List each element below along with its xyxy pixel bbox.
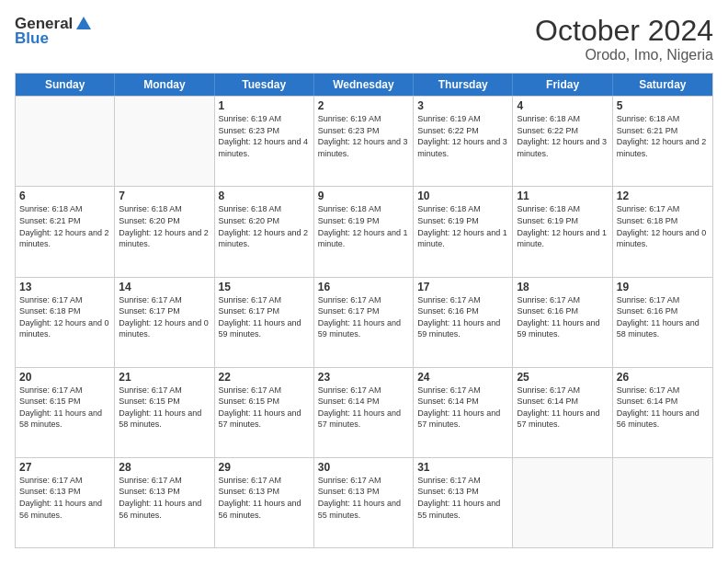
day-number: 28 bbox=[119, 461, 210, 474]
calendar-cell-17: 17Sunrise: 6:17 AM Sunset: 6:16 PM Dayli… bbox=[414, 278, 513, 367]
day-info: Sunrise: 6:17 AM Sunset: 6:16 PM Dayligh… bbox=[517, 294, 608, 340]
day-number: 9 bbox=[318, 190, 409, 202]
day-info: Sunrise: 6:17 AM Sunset: 6:15 PM Dayligh… bbox=[219, 385, 310, 431]
day-number: 27 bbox=[19, 461, 110, 474]
location-title: Orodo, Imo, Nigeria bbox=[535, 47, 713, 63]
calendar-cell-22: 22Sunrise: 6:17 AM Sunset: 6:15 PM Dayli… bbox=[215, 368, 314, 457]
day-number: 29 bbox=[219, 461, 310, 474]
calendar-cell-27: 27Sunrise: 6:17 AM Sunset: 6:13 PM Dayli… bbox=[16, 458, 115, 547]
day-info: Sunrise: 6:18 AM Sunset: 6:19 PM Dayligh… bbox=[517, 203, 608, 249]
svg-marker-0 bbox=[76, 17, 91, 29]
title-section: October 2024 Orodo, Imo, Nigeria bbox=[535, 15, 713, 63]
day-info: Sunrise: 6:17 AM Sunset: 6:17 PM Dayligh… bbox=[318, 294, 409, 340]
day-info: Sunrise: 6:17 AM Sunset: 6:15 PM Dayligh… bbox=[19, 385, 110, 431]
logo-icon bbox=[74, 15, 93, 33]
day-info: Sunrise: 6:18 AM Sunset: 6:20 PM Dayligh… bbox=[219, 203, 310, 249]
calendar-cell-21: 21Sunrise: 6:17 AM Sunset: 6:15 PM Dayli… bbox=[115, 368, 214, 457]
calendar-cell-empty-6 bbox=[613, 458, 712, 547]
day-info: Sunrise: 6:17 AM Sunset: 6:13 PM Dayligh… bbox=[19, 475, 110, 521]
day-info: Sunrise: 6:19 AM Sunset: 6:23 PM Dayligh… bbox=[219, 113, 310, 159]
week-row-1: 6Sunrise: 6:18 AM Sunset: 6:21 PM Daylig… bbox=[16, 186, 712, 276]
week-row-3: 20Sunrise: 6:17 AM Sunset: 6:15 PM Dayli… bbox=[16, 367, 712, 457]
calendar-header: SundayMondayTuesdayWednesdayThursdayFrid… bbox=[16, 74, 712, 96]
day-info: Sunrise: 6:17 AM Sunset: 6:14 PM Dayligh… bbox=[517, 385, 608, 431]
calendar-cell-29: 29Sunrise: 6:17 AM Sunset: 6:13 PM Dayli… bbox=[215, 458, 314, 547]
day-info: Sunrise: 6:17 AM Sunset: 6:16 PM Dayligh… bbox=[617, 294, 709, 340]
day-number: 1 bbox=[219, 99, 310, 112]
calendar-cell-3: 3Sunrise: 6:19 AM Sunset: 6:22 PM Daylig… bbox=[414, 97, 513, 186]
day-number: 18 bbox=[517, 281, 608, 293]
day-info: Sunrise: 6:17 AM Sunset: 6:13 PM Dayligh… bbox=[119, 475, 210, 521]
day-number: 31 bbox=[417, 461, 508, 474]
day-number: 24 bbox=[417, 371, 508, 384]
day-info: Sunrise: 6:17 AM Sunset: 6:18 PM Dayligh… bbox=[19, 294, 110, 340]
page: General Blue October 2024 Orodo, Imo, Ni… bbox=[0, 0, 728, 563]
week-row-4: 27Sunrise: 6:17 AM Sunset: 6:13 PM Dayli… bbox=[16, 457, 712, 547]
calendar-cell-20: 20Sunrise: 6:17 AM Sunset: 6:15 PM Dayli… bbox=[16, 368, 115, 457]
day-number: 23 bbox=[318, 371, 409, 384]
day-info: Sunrise: 6:18 AM Sunset: 6:21 PM Dayligh… bbox=[19, 203, 110, 249]
calendar-cell-14: 14Sunrise: 6:17 AM Sunset: 6:17 PM Dayli… bbox=[115, 278, 214, 367]
calendar-cell-13: 13Sunrise: 6:17 AM Sunset: 6:18 PM Dayli… bbox=[16, 278, 115, 367]
calendar-cell-10: 10Sunrise: 6:18 AM Sunset: 6:19 PM Dayli… bbox=[414, 187, 513, 276]
header-cell-tuesday: Tuesday bbox=[215, 74, 314, 96]
calendar-cell-4: 4Sunrise: 6:18 AM Sunset: 6:22 PM Daylig… bbox=[513, 97, 612, 186]
calendar-cell-26: 26Sunrise: 6:17 AM Sunset: 6:14 PM Dayli… bbox=[613, 368, 712, 457]
day-number: 15 bbox=[219, 281, 310, 293]
day-info: Sunrise: 6:17 AM Sunset: 6:17 PM Dayligh… bbox=[219, 294, 310, 340]
day-info: Sunrise: 6:19 AM Sunset: 6:23 PM Dayligh… bbox=[318, 113, 409, 159]
day-number: 14 bbox=[119, 281, 210, 293]
logo-blue: Blue bbox=[15, 29, 49, 48]
calendar-cell-9: 9Sunrise: 6:18 AM Sunset: 6:19 PM Daylig… bbox=[314, 187, 414, 276]
header-cell-wednesday: Wednesday bbox=[314, 74, 414, 96]
day-info: Sunrise: 6:17 AM Sunset: 6:14 PM Dayligh… bbox=[617, 385, 709, 431]
day-info: Sunrise: 6:17 AM Sunset: 6:13 PM Dayligh… bbox=[219, 475, 310, 521]
day-info: Sunrise: 6:18 AM Sunset: 6:21 PM Dayligh… bbox=[617, 113, 709, 159]
day-number: 7 bbox=[119, 190, 210, 202]
calendar-cell-12: 12Sunrise: 6:17 AM Sunset: 6:18 PM Dayli… bbox=[613, 187, 712, 276]
calendar: SundayMondayTuesdayWednesdayThursdayFrid… bbox=[15, 73, 713, 548]
day-number: 25 bbox=[517, 371, 608, 384]
day-info: Sunrise: 6:18 AM Sunset: 6:22 PM Dayligh… bbox=[517, 113, 608, 159]
calendar-cell-19: 19Sunrise: 6:17 AM Sunset: 6:16 PM Dayli… bbox=[613, 278, 712, 367]
calendar-cell-16: 16Sunrise: 6:17 AM Sunset: 6:17 PM Dayli… bbox=[314, 278, 414, 367]
day-number: 20 bbox=[19, 371, 110, 384]
day-number: 12 bbox=[617, 190, 709, 202]
day-number: 21 bbox=[119, 371, 210, 384]
week-row-2: 13Sunrise: 6:17 AM Sunset: 6:18 PM Dayli… bbox=[16, 277, 712, 367]
day-number: 2 bbox=[318, 99, 409, 112]
day-info: Sunrise: 6:18 AM Sunset: 6:20 PM Dayligh… bbox=[119, 203, 210, 249]
day-info: Sunrise: 6:17 AM Sunset: 6:15 PM Dayligh… bbox=[119, 385, 210, 431]
logo: General Blue bbox=[15, 15, 93, 48]
day-info: Sunrise: 6:17 AM Sunset: 6:16 PM Dayligh… bbox=[417, 294, 508, 340]
day-number: 11 bbox=[517, 190, 608, 202]
day-info: Sunrise: 6:19 AM Sunset: 6:22 PM Dayligh… bbox=[417, 113, 508, 159]
calendar-cell-empty-1 bbox=[115, 97, 214, 186]
day-number: 30 bbox=[318, 461, 409, 474]
calendar-cell-5: 5Sunrise: 6:18 AM Sunset: 6:21 PM Daylig… bbox=[613, 97, 712, 186]
day-number: 26 bbox=[617, 371, 709, 384]
week-row-0: 1Sunrise: 6:19 AM Sunset: 6:23 PM Daylig… bbox=[16, 96, 712, 186]
calendar-cell-11: 11Sunrise: 6:18 AM Sunset: 6:19 PM Dayli… bbox=[513, 187, 612, 276]
header-cell-monday: Monday bbox=[115, 74, 214, 96]
calendar-cell-28: 28Sunrise: 6:17 AM Sunset: 6:13 PM Dayli… bbox=[115, 458, 214, 547]
day-info: Sunrise: 6:17 AM Sunset: 6:14 PM Dayligh… bbox=[318, 385, 409, 431]
day-number: 3 bbox=[417, 99, 508, 112]
calendar-cell-23: 23Sunrise: 6:17 AM Sunset: 6:14 PM Dayli… bbox=[314, 368, 414, 457]
day-info: Sunrise: 6:17 AM Sunset: 6:18 PM Dayligh… bbox=[617, 203, 709, 249]
calendar-cell-25: 25Sunrise: 6:17 AM Sunset: 6:14 PM Dayli… bbox=[513, 368, 612, 457]
calendar-cell-2: 2Sunrise: 6:19 AM Sunset: 6:23 PM Daylig… bbox=[314, 97, 414, 186]
calendar-cell-7: 7Sunrise: 6:18 AM Sunset: 6:20 PM Daylig… bbox=[115, 187, 214, 276]
day-info: Sunrise: 6:17 AM Sunset: 6:14 PM Dayligh… bbox=[417, 385, 508, 431]
calendar-cell-24: 24Sunrise: 6:17 AM Sunset: 6:14 PM Dayli… bbox=[414, 368, 513, 457]
calendar-cell-empty-0 bbox=[16, 97, 115, 186]
calendar-cell-31: 31Sunrise: 6:17 AM Sunset: 6:13 PM Dayli… bbox=[414, 458, 513, 547]
day-number: 16 bbox=[318, 281, 409, 293]
header-cell-thursday: Thursday bbox=[414, 74, 513, 96]
header-cell-friday: Friday bbox=[513, 74, 612, 96]
month-title: October 2024 bbox=[535, 15, 713, 47]
calendar-cell-1: 1Sunrise: 6:19 AM Sunset: 6:23 PM Daylig… bbox=[215, 97, 314, 186]
calendar-cell-18: 18Sunrise: 6:17 AM Sunset: 6:16 PM Dayli… bbox=[513, 278, 612, 367]
calendar-cell-15: 15Sunrise: 6:17 AM Sunset: 6:17 PM Dayli… bbox=[215, 278, 314, 367]
day-number: 5 bbox=[617, 99, 709, 112]
